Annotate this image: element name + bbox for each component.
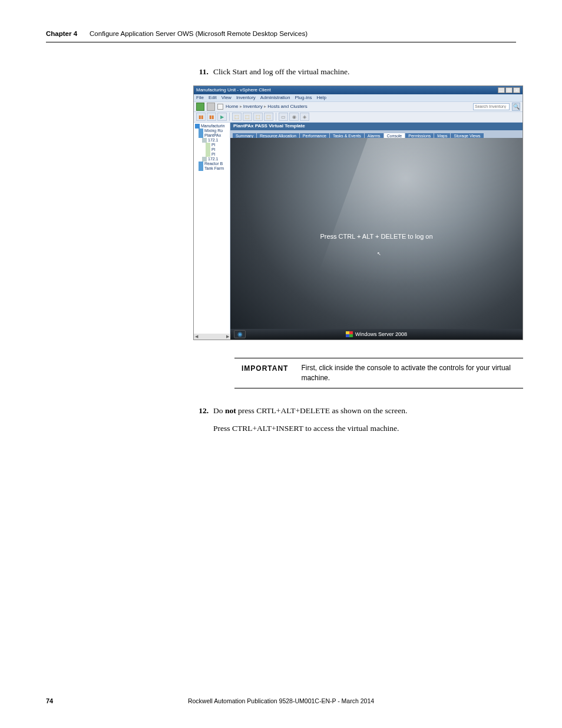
breadcrumb: Home ▸ Inventory ▸ Hosts and Clusters <box>226 104 308 109</box>
tree-vm[interactable]: Pl <box>195 152 230 157</box>
scroll-right-icon[interactable]: ▶ <box>226 334 229 339</box>
host-icon <box>202 138 207 143</box>
folder-icon <box>199 129 203 133</box>
datacenter-icon <box>195 124 200 129</box>
header-rule <box>46 42 516 42</box>
vm-icon <box>206 143 210 147</box>
menu-edit[interactable]: Edit <box>209 95 217 100</box>
nav-forward-button[interactable] <box>207 103 215 111</box>
running-header: Chapter 4 Configure Application Server O… <box>46 29 516 38</box>
folder-icon <box>199 133 203 138</box>
tab-maps[interactable]: Maps <box>434 133 450 138</box>
tree-vm[interactable]: Pl <box>195 147 230 152</box>
breadcrumb-inventory[interactable]: Inventory <box>243 104 263 109</box>
tab-console[interactable]: Console <box>384 133 405 138</box>
search-input[interactable] <box>473 103 510 110</box>
tab-summary[interactable]: Summary <box>233 133 256 138</box>
cd-icon[interactable]: ◉ <box>289 113 299 121</box>
windows-server-label: Windows Server 2008 <box>355 331 407 337</box>
search-area: 🔍 <box>473 103 520 111</box>
close-button[interactable]: × <box>513 87 520 93</box>
breadcrumb-hosts[interactable]: Hosts and Clusters <box>267 104 308 109</box>
callout-bottom-rule <box>234 388 523 388</box>
maximize-button[interactable]: □ <box>505 87 513 93</box>
tree-host[interactable]: 172.1 <box>195 138 230 143</box>
tab-strip: Summary Resource Allocation Performance … <box>230 130 523 138</box>
menu-help[interactable]: Help <box>316 95 326 100</box>
stop-icon[interactable]: ▮▮ <box>207 113 216 121</box>
search-icon[interactable]: 🔍 <box>512 103 520 111</box>
menu-view[interactable]: View <box>222 95 232 100</box>
pause-icon[interactable]: ▮▮ <box>196 113 206 121</box>
tree-scrollbar[interactable]: ◀▶ <box>194 334 230 340</box>
clone-icon[interactable]: ⬚ <box>264 113 273 121</box>
vm-icon <box>206 152 210 157</box>
breadcrumb-home[interactable]: Home <box>226 104 238 109</box>
vsphere-screenshot: Manufacturing Unit - vSphere Client _ □ … <box>193 85 523 340</box>
tree-node[interactable]: Tank Farm <box>195 166 230 171</box>
toolbar-divider <box>229 113 230 121</box>
snapshot-icon[interactable]: ⬚ <box>232 113 242 121</box>
tree-node[interactable]: Reactor B <box>195 162 230 166</box>
detail-header: PlantPAx PASS Virtual Template <box>230 123 523 130</box>
window-title-bar: Manufacturing Unit - vSphere Client _ □ … <box>194 86 523 94</box>
console-icon[interactable]: ▭ <box>279 113 288 121</box>
tree-vm[interactable]: Pl <box>195 143 230 147</box>
start-button[interactable]: ◉ <box>234 330 246 338</box>
step-text: Do not press CRTL+ALT+DELETE as shown on… <box>213 405 523 436</box>
vm-icon <box>206 147 210 152</box>
detail-pane: PlantPAx PASS Virtual Template Summary R… <box>230 123 523 340</box>
tree-root[interactable]: Manufacturin <box>195 124 230 129</box>
floppy-icon[interactable]: ◈ <box>300 113 309 121</box>
footer-publication: Rockwell Automation Publication 9528-UM0… <box>46 697 516 704</box>
windows-taskbar: ◉ Windows Server 2008 <box>230 329 523 340</box>
chapter-label: Chapter 4 <box>46 30 77 37</box>
tree-node[interactable]: Mixing Ro <box>195 129 230 133</box>
menu-file[interactable]: File <box>196 95 204 100</box>
tab-tasks[interactable]: Tasks & Events <box>330 133 364 138</box>
folder-icon <box>199 166 203 171</box>
windows-server-brand: Windows Server 2008 <box>346 331 407 337</box>
tab-permissions[interactable]: Permissions <box>405 133 434 138</box>
menu-administration[interactable]: Administration <box>260 95 290 100</box>
nav-back-button[interactable] <box>196 103 204 111</box>
step-text: Click Start and log off the virtual mach… <box>213 66 523 78</box>
tab-storage[interactable]: Storage Views <box>451 133 483 138</box>
manage-icon[interactable]: ⬚ <box>253 113 263 121</box>
step-number: 11. <box>193 66 209 78</box>
chapter-title: Configure Application Server OWS (Micros… <box>90 30 308 37</box>
step-12: 12. Do not press CRTL+ALT+DELETE as show… <box>193 405 523 436</box>
window-button-group: _ □ × <box>498 87 520 93</box>
windows-flag-icon <box>346 331 353 337</box>
scroll-left-icon[interactable]: ◀ <box>195 334 198 339</box>
important-callout: IMPORTANT First, click inside the consol… <box>234 358 523 388</box>
vm-console[interactable]: Press CTRL + ALT + DELETE to log on ↖ ◉ … <box>230 138 523 340</box>
step-11: 11. Click Start and log off the virtual … <box>193 66 523 78</box>
folder-icon <box>199 162 203 166</box>
tab-alarms[interactable]: Alarms <box>365 133 384 138</box>
nav-bar: Home ▸ Inventory ▸ Hosts and Clusters 🔍 <box>194 101 523 112</box>
step-number: 12. <box>193 405 209 436</box>
menu-bar: File Edit View Inventory Administration … <box>194 94 523 101</box>
tree-host[interactable]: 172.1 <box>195 157 230 162</box>
inventory-tree: Manufacturin Mixing Ro PlantPAx 172.1 Pl… <box>194 123 230 340</box>
home-icon[interactable] <box>217 104 223 110</box>
window-title: Manufacturing Unit - vSphere Client <box>196 87 271 93</box>
cursor-icon: ↖ <box>376 251 381 256</box>
important-label: IMPORTANT <box>242 363 288 383</box>
tree-node[interactable]: PlantPAx <box>195 133 230 138</box>
toolbar-divider <box>276 113 276 121</box>
login-prompt: Press CTRL + ALT + DELETE to log on <box>230 233 523 240</box>
menu-inventory[interactable]: Inventory <box>236 95 256 100</box>
revert-icon[interactable]: ⬚ <box>243 113 252 121</box>
tab-performance[interactable]: Performance <box>300 133 329 138</box>
menu-plugins[interactable]: Plug-ins <box>295 95 312 100</box>
minimize-button[interactable]: _ <box>498 87 505 93</box>
play-icon[interactable]: ▶ <box>217 113 227 121</box>
important-text: First, click inside the console to activ… <box>301 363 523 383</box>
main-area: Manufacturin Mixing Ro PlantPAx 172.1 Pl… <box>194 123 523 340</box>
tab-resource[interactable]: Resource Allocation <box>257 133 299 138</box>
host-icon <box>202 157 207 162</box>
toolbar: ▮▮ ▮▮ ▶ ⬚ ⬚ ⬚ ⬚ ▭ ◉ ◈ <box>194 112 523 123</box>
